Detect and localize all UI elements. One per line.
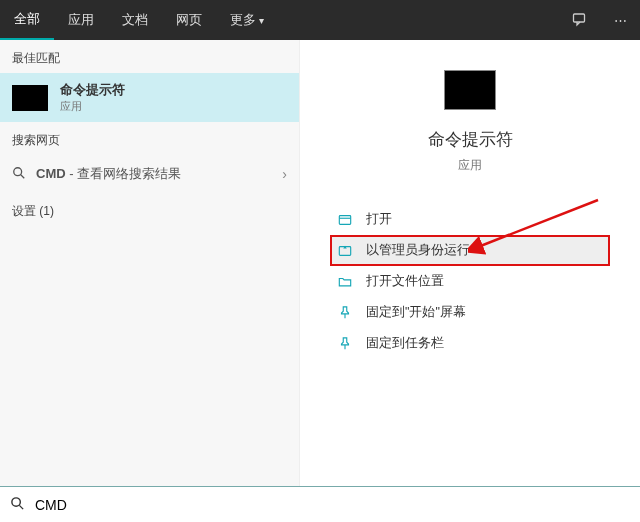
svg-rect-0	[574, 14, 585, 22]
search-icon	[10, 496, 25, 514]
main: 最佳匹配 命令提示符 应用 搜索网页 CMD - 查看网络搜索结果 › 设置 (…	[0, 40, 640, 486]
tab-web[interactable]: 网页	[162, 0, 216, 40]
searchbar	[0, 486, 640, 522]
action-pin-start[interactable]: 固定到"开始"屏幕	[330, 297, 610, 328]
chevron-down-icon: ▾	[259, 15, 264, 26]
open-icon	[338, 213, 356, 227]
search-web-item[interactable]: CMD - 查看网络搜索结果 ›	[0, 155, 299, 193]
feedback-icon[interactable]	[560, 0, 600, 40]
svg-point-9	[12, 497, 20, 505]
admin-icon	[338, 244, 356, 258]
detail-head: 命令提示符 应用	[330, 70, 610, 174]
action-open-file-location[interactable]: 打开文件位置	[330, 266, 610, 297]
pin-taskbar-icon	[338, 337, 356, 351]
search-icon	[12, 166, 26, 183]
best-match-result[interactable]: 命令提示符 应用	[0, 73, 299, 122]
svg-rect-3	[339, 215, 350, 224]
more-options-icon[interactable]: ⋯	[600, 0, 640, 40]
tab-docs[interactable]: 文档	[108, 0, 162, 40]
chevron-right-icon: ›	[282, 166, 287, 182]
action-pin-taskbar[interactable]: 固定到任务栏	[330, 328, 610, 359]
action-run-as-admin[interactable]: 以管理员身份运行	[330, 235, 610, 266]
search-web-header: 搜索网页	[0, 122, 299, 155]
detail-title: 命令提示符	[330, 128, 610, 151]
detail-panel: 命令提示符 应用 打开 以管理员身份运行 打开文件位置 固定到"开始"屏幕	[300, 40, 640, 486]
detail-sub: 应用	[330, 157, 610, 174]
topbar: 全部 应用 文档 网页 更多▾ ⋯	[0, 0, 640, 40]
svg-line-2	[21, 174, 25, 178]
action-open[interactable]: 打开	[330, 204, 610, 235]
svg-line-10	[19, 505, 23, 509]
tab-more[interactable]: 更多▾	[216, 0, 278, 40]
result-title: 命令提示符	[60, 81, 125, 99]
left-panel: 最佳匹配 命令提示符 应用 搜索网页 CMD - 查看网络搜索结果 › 设置 (…	[0, 40, 300, 486]
pin-start-icon	[338, 306, 356, 320]
result-sub: 应用	[60, 99, 125, 114]
settings-header: 设置 (1)	[0, 193, 299, 226]
best-match-header: 最佳匹配	[0, 40, 299, 73]
cmd-large-icon	[444, 70, 496, 110]
tab-apps[interactable]: 应用	[54, 0, 108, 40]
tab-all[interactable]: 全部	[0, 0, 54, 40]
folder-icon	[338, 275, 356, 289]
action-list: 打开 以管理员身份运行 打开文件位置 固定到"开始"屏幕 固定到任务栏	[330, 204, 610, 359]
search-input[interactable]	[35, 497, 630, 513]
cmd-thumb-icon	[12, 85, 48, 111]
svg-point-1	[14, 167, 22, 175]
